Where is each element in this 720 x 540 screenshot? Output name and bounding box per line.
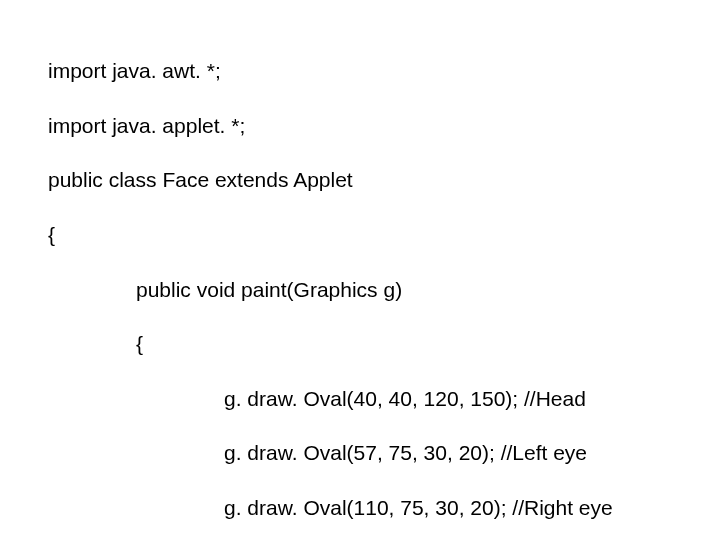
code-line: { bbox=[48, 330, 720, 357]
code-line: { bbox=[48, 221, 720, 248]
code-line: public class Face extends Applet bbox=[48, 166, 720, 193]
code-line: g. draw. Oval(110, 75, 30, 20); //Right … bbox=[48, 494, 720, 521]
code-line: g. draw. Oval(57, 75, 30, 20); //Left ey… bbox=[48, 439, 720, 466]
code-slide: import java. awt. *; import java. applet… bbox=[0, 0, 720, 540]
code-line: import java. awt. *; bbox=[48, 57, 720, 84]
code-line: public void paint(Graphics g) bbox=[48, 276, 720, 303]
code-line: import java. applet. *; bbox=[48, 112, 720, 139]
code-line: g. draw. Oval(40, 40, 120, 150); //Head bbox=[48, 385, 720, 412]
